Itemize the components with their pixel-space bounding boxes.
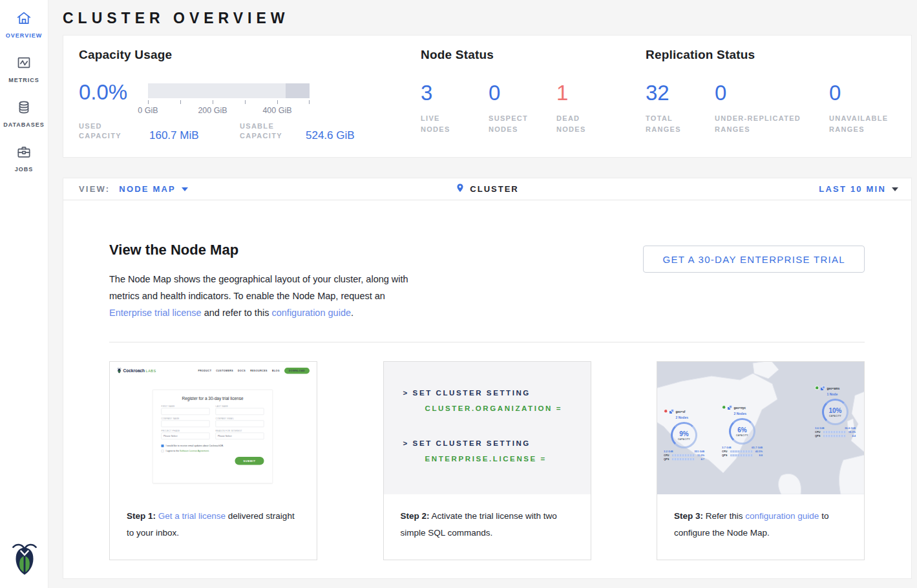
capacity-ring-gauge: 10% CAPACITY — [822, 399, 848, 425]
total-capacity: 36.6 GiB — [845, 426, 856, 430]
enterprise-trial-button[interactable]: GET A 30-DAY ENTERPRISE TRIAL — [643, 246, 865, 273]
locality-name: geo=ams — [827, 387, 840, 390]
step-1-caption: Step 1: Get a trial license delivered st… — [110, 494, 317, 541]
live-nodes-value: 3 — [421, 82, 489, 104]
capacity-percent: 9% — [679, 430, 688, 438]
node-status-section: Node Status 3 LIVE NODES 0 SUSPECT NODES… — [421, 48, 624, 135]
node-map-description: The Node Map shows the geographical layo… — [109, 271, 427, 321]
qps-bar — [730, 454, 753, 457]
field-label: PROJECT PHASE — [162, 430, 210, 432]
field-label: FIRST NAME — [162, 405, 210, 407]
cockroach-labs-wordmark: Cockroach LABS — [117, 368, 156, 373]
map-pin-icon — [456, 183, 465, 196]
sidebar-item-jobs[interactable]: JOBS — [0, 134, 48, 178]
step-3-node-map-preview: geo=sf 2 Nodes 9% CAPACITY 3.2 GiB 351 G… — [657, 362, 864, 494]
capacity-gauge-tick-labels: 0 GiB 200 GiB 400 GiB — [148, 106, 310, 116]
configuration-guide-link[interactable]: configuration guide — [745, 511, 819, 521]
cpu-bar — [672, 454, 695, 457]
brand-suffix: LABS — [146, 369, 156, 373]
capacity-gauge-reserved-segment — [286, 83, 310, 98]
sidebar-item-metrics[interactable]: METRICS — [0, 45, 48, 89]
get-trial-license-link[interactable]: Get a trial license — [158, 511, 226, 521]
nav-blog: BLOG — [272, 370, 280, 372]
nav-product: PRODUCT — [198, 370, 211, 372]
locality-nyc: geo=nyc 2 Nodes 6% CAPACITY 3.7 GiB 65.7… — [722, 404, 806, 457]
field-label: LAST NAME — [216, 405, 264, 407]
replication-status-section: Replication Status 32 TOTAL RANGES 0 UND… — [646, 48, 889, 135]
configuration-guide-link[interactable]: configuration guide — [271, 308, 351, 318]
qps-bar — [672, 458, 695, 461]
sidebar: OVERVIEW METRICS DATABASES — [0, 0, 48, 588]
locality-node-count: 2 Nodes — [734, 412, 746, 416]
step-3-caption: Step 3: Refer this configuration guide t… — [657, 494, 864, 541]
node-status-dot-green — [722, 405, 726, 410]
databases-icon — [16, 99, 32, 118]
node-status-dot-red — [664, 409, 668, 414]
step-2-sql-illustration: > SET CLUSTER SETTING CLUSTER.ORGANIZATI… — [384, 362, 591, 494]
page-title: CLUSTER OVERVIEW — [63, 0, 912, 35]
usable-capacity-value: 524.6 GiB — [306, 130, 355, 141]
dead-nodes-stat: 1 DEAD NODES — [556, 82, 624, 135]
locality-node-count: 2 Nodes — [676, 416, 688, 420]
capacity-gauge-bar — [148, 83, 310, 98]
used-capacity: 3.6 GiB — [815, 426, 825, 430]
nav-customers: CUSTOMERS — [216, 370, 233, 372]
text-input — [216, 408, 264, 415]
node-cube-icon — [728, 405, 733, 412]
node-cube-icon — [669, 409, 675, 415]
step-1-screenshot: Cockroach LABS PRODUCT CUSTOMERS DOCS RE… — [110, 362, 317, 494]
text-input — [216, 421, 264, 428]
unavailable-ranges-stat: 0 UNAVAILABLE RANGES — [829, 82, 889, 135]
scope-breadcrumb: CLUSTER — [63, 183, 911, 196]
step-label: Step 1: — [127, 511, 156, 521]
cpu-bar — [730, 450, 753, 453]
tick-label: 200 GiB — [198, 106, 227, 115]
cockroachdb-logo — [0, 541, 48, 579]
home-icon — [16, 10, 32, 29]
text-input — [162, 421, 210, 428]
step-1-card: Cockroach LABS PRODUCT CUSTOMERS DOCS RE… — [109, 361, 317, 560]
unavailable-ranges-value: 0 — [829, 82, 889, 104]
locality-node-count: 1 Node — [827, 393, 838, 397]
live-nodes-stat: 3 LIVE NODES — [421, 82, 489, 135]
used-capacity: 3.7 GiB — [722, 446, 732, 449]
locality-name: geo=nyc — [734, 406, 746, 410]
replication-status-title: Replication Status — [646, 48, 889, 62]
sidebar-item-overview[interactable]: OVERVIEW — [0, 0, 48, 45]
select-input: Please Select — [162, 433, 210, 440]
dead-nodes-label: DEAD NODES — [556, 113, 624, 135]
mini-site-nav: PRODUCT CUSTOMERS DOCS RESOURCES BLOG DO… — [193, 368, 310, 374]
step-2-caption: Step 2: Activate the trial license with … — [384, 494, 591, 541]
total-capacity: 351 GiB — [694, 450, 704, 453]
step-2-card: > SET CLUSTER SETTING CLUSTER.ORGANIZATI… — [383, 361, 591, 560]
checkbox-label: I agree to the Software License Agreemen… — [166, 450, 209, 452]
checkbox-checked — [162, 445, 164, 447]
sidebar-item-databases[interactable]: DATABASES — [0, 89, 48, 134]
locality-ams: geo=ams 1 Node 10% CAPACITY 3.6 GiB 36.6… — [815, 385, 864, 437]
suspect-nodes-stat: 0 SUSPECT NODES — [489, 82, 556, 135]
main-content: CLUSTER OVERVIEW Capacity Usage 0.0% 0 G… — [48, 0, 917, 588]
description-text: . — [351, 308, 353, 318]
nav-resources: RESOURCES — [250, 370, 268, 372]
under-replicated-ranges-label: UNDER-REPLICATED RANGES — [715, 113, 829, 135]
capacity-usage-title: Capacity Usage — [79, 48, 355, 62]
tick-label: 400 GiB — [262, 106, 291, 115]
sidebar-item-label: OVERVIEW — [0, 32, 48, 39]
suspect-nodes-label: SUSPECT NODES — [489, 113, 556, 135]
steps-row: Cockroach LABS PRODUCT CUSTOMERS DOCS RE… — [109, 361, 865, 560]
enterprise-trial-license-link[interactable]: Enterprise trial license — [109, 308, 202, 318]
cpu-bar — [823, 431, 846, 434]
sidebar-item-label: JOBS — [0, 166, 48, 173]
field-label: REASON FOR INTEREST — [216, 430, 264, 432]
total-capacity: 65.7 GiB — [752, 446, 763, 449]
total-ranges-value: 32 — [646, 82, 715, 104]
capacity-ring-gauge: 6% CAPACITY — [729, 418, 755, 445]
node-map-panel: View the Node Map The Node Map shows the… — [63, 200, 912, 579]
live-nodes-label: LIVE NODES — [421, 113, 489, 135]
step-3-card: geo=sf 2 Nodes 9% CAPACITY 3.2 GiB 351 G… — [657, 361, 865, 560]
capacity-gauge-ticks — [148, 100, 310, 104]
divider — [109, 342, 865, 342]
used-capacity: 3.2 GiB — [664, 450, 673, 453]
step-label: Step 2: — [401, 511, 430, 521]
description-text: The Node Map shows the geographical layo… — [109, 274, 408, 301]
